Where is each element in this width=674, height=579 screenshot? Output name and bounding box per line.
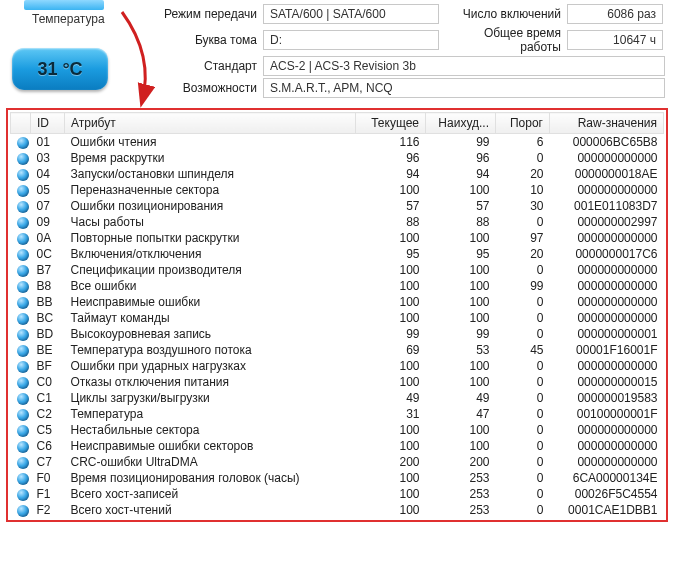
cell-worst: 253 bbox=[426, 470, 496, 486]
table-row[interactable]: 03Время раскрутки96960000000000000 bbox=[11, 150, 664, 166]
col-id[interactable]: ID bbox=[31, 113, 65, 134]
table-row[interactable]: F2Всего хост-чтений10025300001CAE1DBB1 bbox=[11, 502, 664, 518]
cell-current: 116 bbox=[356, 134, 426, 151]
col-status-icon[interactable] bbox=[11, 113, 31, 134]
table-row[interactable]: C0Отказы отключения питания1001000000000… bbox=[11, 374, 664, 390]
status-ball-icon bbox=[17, 297, 29, 309]
status-ball-cell bbox=[11, 166, 31, 182]
status-ball-icon bbox=[17, 393, 29, 405]
col-current[interactable]: Текущее bbox=[356, 113, 426, 134]
status-ball-icon bbox=[17, 249, 29, 261]
cell-raw: 001E011083D7 bbox=[550, 198, 664, 214]
cell-threshold: 0 bbox=[496, 438, 550, 454]
status-ball-cell bbox=[11, 326, 31, 342]
status-ball-cell bbox=[11, 294, 31, 310]
cell-attribute: Ошибки чтения bbox=[65, 134, 356, 151]
status-ball-cell bbox=[11, 390, 31, 406]
spec-value: 6086 раз bbox=[567, 4, 663, 24]
col-threshold[interactable]: Порог bbox=[496, 113, 550, 134]
cell-attribute: Часы работы bbox=[65, 214, 356, 230]
table-row[interactable]: C1Циклы загрузки/выгрузки494900000000195… bbox=[11, 390, 664, 406]
status-ball-cell bbox=[11, 406, 31, 422]
table-row[interactable]: BEТемпература воздушного потока695345000… bbox=[11, 342, 664, 358]
cell-current: 100 bbox=[356, 278, 426, 294]
cell-current: 100 bbox=[356, 422, 426, 438]
cell-threshold: 99 bbox=[496, 278, 550, 294]
cell-current: 95 bbox=[356, 246, 426, 262]
spec-label: Стандарт bbox=[156, 59, 259, 73]
cell-current: 100 bbox=[356, 438, 426, 454]
status-ball-cell bbox=[11, 310, 31, 326]
table-row[interactable]: 05Переназначенные сектора100100100000000… bbox=[11, 182, 664, 198]
status-ball-icon bbox=[17, 137, 29, 149]
cell-threshold: 0 bbox=[496, 262, 550, 278]
status-ball-cell bbox=[11, 486, 31, 502]
cell-id: BB bbox=[31, 294, 65, 310]
drive-summary-panel: Температура 31 °C Режим передачиSATA/600… bbox=[0, 0, 674, 106]
drive-spec-rows: Режим передачиSATA/600 | SATA/600Число в… bbox=[156, 4, 668, 98]
status-ball-cell bbox=[11, 502, 31, 518]
table-row[interactable]: 07Ошибки позиционирования575730001E01108… bbox=[11, 198, 664, 214]
cell-id: 07 bbox=[31, 198, 65, 214]
cell-raw: 000000002997 bbox=[550, 214, 664, 230]
smart-header-row: ID Атрибут Текущее Наихуд... Порог Raw-з… bbox=[11, 113, 664, 134]
cell-worst: 99 bbox=[426, 326, 496, 342]
cell-attribute: Спецификации производителя bbox=[65, 262, 356, 278]
status-ball-cell bbox=[11, 182, 31, 198]
status-ball-cell bbox=[11, 342, 31, 358]
table-row[interactable]: 09Часы работы88880000000002997 bbox=[11, 214, 664, 230]
cell-worst: 95 bbox=[426, 246, 496, 262]
table-row[interactable]: BBНеисправимые ошибки1001000000000000000 bbox=[11, 294, 664, 310]
col-worst[interactable]: Наихуд... bbox=[426, 113, 496, 134]
smart-table: ID Атрибут Текущее Наихуд... Порог Raw-з… bbox=[10, 112, 664, 518]
cell-threshold: 0 bbox=[496, 486, 550, 502]
status-ball-icon bbox=[17, 265, 29, 277]
cell-id: F0 bbox=[31, 470, 65, 486]
table-row[interactable]: 0AПовторные попытки раскрутки10010097000… bbox=[11, 230, 664, 246]
table-row[interactable]: BDВысокоуровневая запись9999000000000000… bbox=[11, 326, 664, 342]
cell-id: B7 bbox=[31, 262, 65, 278]
table-row[interactable]: BCТаймаут команды1001000000000000000 bbox=[11, 310, 664, 326]
table-row[interactable]: C7CRC-ошибки UltraDMA2002000000000000000 bbox=[11, 454, 664, 470]
cell-current: 100 bbox=[356, 310, 426, 326]
cell-attribute: Время раскрутки bbox=[65, 150, 356, 166]
temperature-badge: 31 °C bbox=[12, 48, 108, 90]
table-row[interactable]: B8Все ошибки10010099000000000000 bbox=[11, 278, 664, 294]
status-ball-cell bbox=[11, 246, 31, 262]
spec-label: Число включений bbox=[443, 7, 563, 21]
cell-threshold: 10 bbox=[496, 182, 550, 198]
cell-attribute: Нестабильные сектора bbox=[65, 422, 356, 438]
cell-worst: 100 bbox=[426, 422, 496, 438]
table-row[interactable]: C5Нестабильные сектора100100000000000000… bbox=[11, 422, 664, 438]
cell-raw: 000000000000 bbox=[550, 310, 664, 326]
cell-current: 100 bbox=[356, 230, 426, 246]
cell-id: F2 bbox=[31, 502, 65, 518]
status-ball-icon bbox=[17, 281, 29, 293]
cell-worst: 100 bbox=[426, 262, 496, 278]
cell-attribute: Высокоуровневая запись bbox=[65, 326, 356, 342]
status-ball-cell bbox=[11, 438, 31, 454]
table-row[interactable]: 01Ошибки чтения116996000006BC65B8 bbox=[11, 134, 664, 151]
table-row[interactable]: BFОшибки при ударных нагрузках1001000000… bbox=[11, 358, 664, 374]
cell-threshold: 0 bbox=[496, 310, 550, 326]
table-row[interactable]: 04Запуски/остановки шпинделя949420000000… bbox=[11, 166, 664, 182]
table-row[interactable]: B7Спецификации производителя100100000000… bbox=[11, 262, 664, 278]
table-row[interactable]: C2Температура3147000100000001F bbox=[11, 406, 664, 422]
table-row[interactable]: F1Всего хост-записей100253000026F5C4554 bbox=[11, 486, 664, 502]
table-row[interactable]: 0CВключения/отключения9595200000000017C6 bbox=[11, 246, 664, 262]
cell-threshold: 0 bbox=[496, 150, 550, 166]
cell-id: 04 bbox=[31, 166, 65, 182]
cell-id: C2 bbox=[31, 406, 65, 422]
cell-id: C5 bbox=[31, 422, 65, 438]
table-row[interactable]: C6Неисправимые ошибки секторов1001000000… bbox=[11, 438, 664, 454]
drive-spec-row: ВозможностиS.M.A.R.T., APM, NCQ bbox=[156, 78, 668, 98]
status-ball-icon bbox=[17, 377, 29, 389]
col-attribute[interactable]: Атрибут bbox=[65, 113, 356, 134]
status-ball-icon bbox=[17, 361, 29, 373]
col-raw[interactable]: Raw-значения bbox=[550, 113, 664, 134]
table-row[interactable]: F0Время позиционирования головок (часы)1… bbox=[11, 470, 664, 486]
status-ball-icon bbox=[17, 217, 29, 229]
cell-id: C6 bbox=[31, 438, 65, 454]
cell-attribute: Всего хост-чтений bbox=[65, 502, 356, 518]
cell-worst: 100 bbox=[426, 374, 496, 390]
